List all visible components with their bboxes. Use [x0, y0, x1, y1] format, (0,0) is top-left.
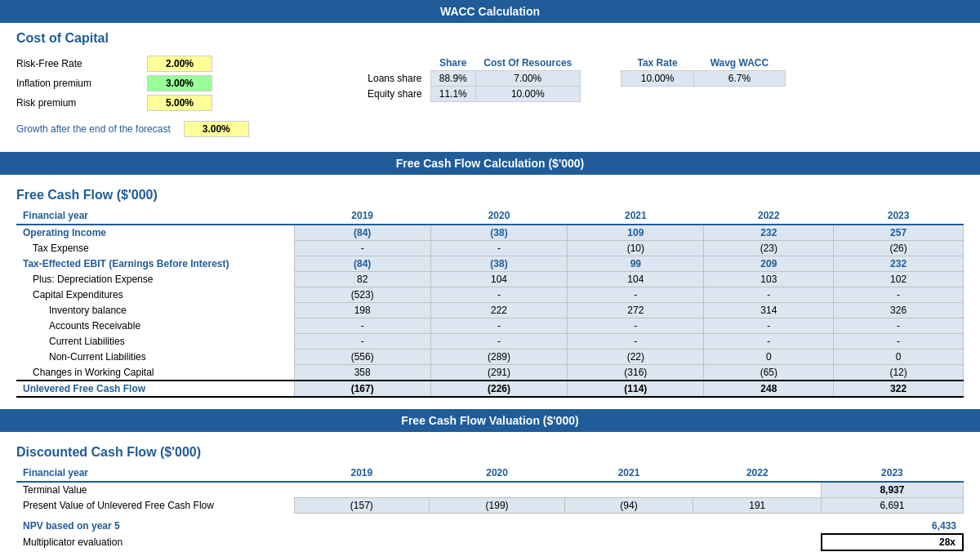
pv-cell-3: 191 [693, 498, 822, 514]
fcf-row-1: Tax Expense--(10)(23)(26) [16, 241, 964, 256]
fcf-cell-9-2: (316) [568, 365, 704, 381]
fcf-cell-7-3: - [704, 334, 834, 349]
fcf-row-4: Capital Expenditures(523)---- [16, 287, 964, 303]
npv-empty-0 [294, 519, 430, 534]
fcf-cell-1-4: (26) [834, 241, 964, 256]
fcf-cell-0-4: 257 [834, 225, 964, 241]
inflation-premium-value[interactable]: 3.00% [147, 75, 212, 91]
share-panel: Share Cost Of Resources Loans share 88.9… [359, 56, 588, 102]
fcf-cell-3-2: 104 [568, 272, 704, 287]
fcf-cell-5-4: 326 [834, 303, 964, 318]
fcf-col-2019: 2019 [294, 207, 430, 225]
fcf-row-3: Plus: Depreciation Expense82104104103102 [16, 272, 964, 287]
fcf-cell-5-0: 198 [294, 303, 430, 318]
fcf-cell-4-1: - [430, 287, 567, 303]
fcf-cell-2-4: 232 [834, 256, 964, 272]
fcf-cell-4-0: (523) [294, 287, 430, 303]
risk-free-rate-label: Risk-Free Rate [16, 58, 147, 69]
pv-cell-1: (199) [430, 498, 565, 514]
pv-cell-4: 6,691 [822, 498, 963, 514]
pv-cell-0: (157) [294, 498, 430, 514]
fcf-cell-10-0: (167) [294, 381, 430, 397]
fcf-cell-9-3: (65) [704, 365, 834, 381]
fcf-cell-2-1: (38) [430, 256, 567, 272]
fcf-cell-9-0: 358 [294, 365, 430, 381]
fcf-label-2: Tax-Effected EBIT (Earnings Before Inter… [16, 256, 294, 272]
npv-empty-2 [564, 519, 693, 534]
growth-label: Growth after the end of the forecast [16, 123, 171, 135]
fcf-cell-3-4: 102 [834, 272, 964, 287]
share-table: Share Cost Of Resources Loans share 88.9… [359, 56, 581, 102]
loans-row: Loans share 88.9% 7.00% [359, 71, 580, 87]
tax-rate-header: Tax Rate [621, 56, 694, 71]
dcf-col-2022: 2022 [693, 465, 822, 482]
tax-panel: Tax Rate Wavg WACC 10.00% 6.7% [621, 56, 833, 87]
fcf-calc-header: Free Cash Flow Calculation ($'000) [0, 152, 980, 175]
fcf-cell-1-3: (23) [704, 241, 834, 256]
dcf-section: Discounted Cash Flow ($'000) Financial y… [0, 432, 980, 552]
fcf-label-0: Operating Income [16, 225, 294, 241]
fcf-cell-1-2: (10) [568, 241, 704, 256]
fcf-col-2023: 2023 [834, 207, 964, 225]
multi-empty-1 [430, 534, 565, 550]
npv-row: NPV based on year 56,433 [16, 519, 963, 534]
risk-free-rate-value[interactable]: 2.00% [147, 56, 212, 72]
loans-share: 88.9% [430, 71, 475, 87]
fcf-label-6: Accounts Receivable [16, 318, 294, 334]
fcf-label-5: Inventory balance [16, 303, 294, 318]
risk-premium-value[interactable]: 5.00% [147, 95, 212, 111]
fcf-cell-0-3: 232 [704, 225, 834, 241]
tv-cell-2 [564, 482, 693, 498]
fcf-label-1: Tax Expense [16, 241, 294, 256]
equity-share: 11.1% [430, 87, 475, 102]
loans-label: Loans share [359, 71, 430, 87]
tv-cell-3 [693, 482, 822, 498]
multiplicator-row: Multiplicator evaluation28x [16, 534, 963, 550]
fcf-cell-0-1: (38) [430, 225, 567, 241]
dcf-col-2019: 2019 [294, 465, 430, 482]
fcf-label-7: Current Liabilities [16, 334, 294, 349]
npv-empty-1 [430, 519, 565, 534]
growth-row: Growth after the end of the forecast 3.0… [16, 121, 964, 137]
tax-table: Tax Rate Wavg WACC 10.00% 6.7% [621, 56, 786, 87]
multiplicator-value: 28x [822, 534, 963, 550]
growth-value[interactable]: 3.00% [184, 121, 249, 137]
dcf-table: Financial year 2019 2020 2021 2022 2023 … [16, 465, 964, 551]
fcf-cell-8-0: (556) [294, 349, 430, 365]
fcf-val-title: Free Cash Flow Valuation ($'000) [401, 414, 578, 427]
fcf-cell-0-0: (84) [294, 225, 430, 241]
npv-label: NPV based on year 5 [16, 519, 294, 534]
pv-label: Present Value of Unlevered Free Cash Flo… [16, 498, 294, 514]
fcf-row-5: Inventory balance198222272314326 [16, 303, 964, 318]
rates-panel: Risk-Free Rate 2.00% Inflation premium 3… [16, 56, 327, 114]
wacc-header: WACC Calculation [0, 0, 980, 23]
fcf-cell-3-3: 103 [704, 272, 834, 287]
fcf-cell-1-0: - [294, 241, 430, 256]
fcf-cell-4-3: - [704, 287, 834, 303]
dcf-header-row: Financial year 2019 2020 2021 2022 2023 [16, 465, 963, 482]
share-header: Share [430, 56, 475, 71]
dcf-col-2021: 2021 [564, 465, 693, 482]
fcf-label-9: Changes in Working Capital [16, 365, 294, 381]
fcf-cell-9-1: (291) [430, 365, 567, 381]
cost-header: Cost Of Resources [475, 56, 580, 71]
fcf-cell-6-0: - [294, 318, 430, 334]
multi-empty-3 [693, 534, 822, 550]
fcf-cell-8-3: 0 [704, 349, 834, 365]
tax-rate-value: 10.00% [621, 71, 694, 87]
fcf-cell-8-4: 0 [834, 349, 964, 365]
dcf-terminal-row: Terminal Value8,937 [16, 482, 963, 498]
fcf-cell-4-4: - [834, 287, 964, 303]
fcf-row-6: Accounts Receivable----- [16, 318, 964, 334]
fcf-cell-2-3: 209 [704, 256, 834, 272]
fcf-cell-6-2: - [568, 318, 704, 334]
fcf-calc-title: Free Cash Flow Calculation ($'000) [396, 157, 585, 170]
terminal-value-label: Terminal Value [16, 482, 294, 498]
dcf-col-2023: 2023 [822, 465, 963, 482]
npv-empty-3 [693, 519, 822, 534]
fcf-cell-4-2: - [568, 287, 704, 303]
fcf-cell-9-4: (12) [834, 365, 964, 381]
fcf-row-7: Current Liabilities----- [16, 334, 964, 349]
wacc-title: WACC Calculation [440, 5, 540, 18]
fcf-cell-3-0: 82 [294, 272, 430, 287]
